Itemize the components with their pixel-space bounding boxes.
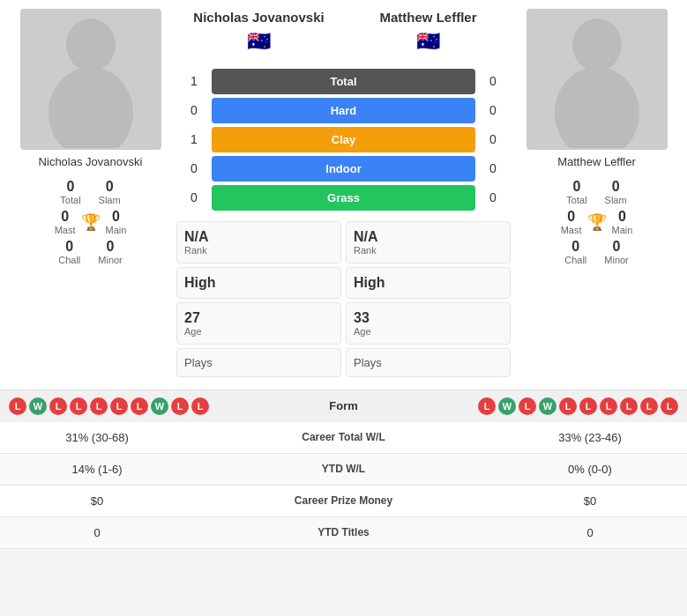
right-player-photo	[526, 9, 668, 150]
right-high-value: High	[354, 275, 503, 291]
total-btn[interactable]: Total	[212, 69, 475, 94]
right-main-value: 0	[618, 209, 626, 225]
form-badge-l: L	[9, 397, 26, 415]
left-hard-score: 0	[176, 103, 212, 117]
right-hard-score: 0	[475, 103, 511, 117]
left-player-name: Nicholas Jovanovski	[39, 155, 143, 168]
right-form-badges: LWLWLLLLLL	[478, 397, 678, 415]
indoor-row: 0 Indoor 0	[176, 156, 511, 182]
right-main-stat: 0 Main	[612, 209, 633, 235]
prize-label: Career Prize Money	[194, 485, 493, 516]
svg-point-2	[572, 19, 622, 71]
grass-btn[interactable]: Grass	[212, 185, 475, 211]
clay-row: 1 Clay 0	[176, 127, 511, 152]
right-trophy-row: 0 Mast 🏆 0 Main	[561, 209, 633, 235]
left-main-value: 0	[112, 209, 120, 225]
left-player-photo	[20, 9, 161, 150]
surface-rows: 1 Total 0 0 Hard 0 1 Clay 0 0	[176, 62, 511, 218]
right-player-card: Matthew Leffler 0 Total 0 Slam 0 Mast 🏆	[515, 9, 678, 381]
total-row: 1 Total 0	[176, 69, 511, 94]
left-slam-stat: 0 Slam	[99, 179, 121, 205]
right-rank-label: Rank	[354, 245, 503, 256]
left-trophy-row: 0 Mast 🏆 0 Main	[55, 209, 127, 235]
svg-point-0	[66, 19, 116, 71]
form-badge-l: L	[191, 397, 209, 415]
left-total-value: 0	[67, 179, 75, 195]
form-badge-l: L	[579, 397, 597, 415]
form-badge-l: L	[49, 397, 67, 415]
left-trophy-icon: 🏆	[81, 212, 101, 232]
right-slam-value: 0	[612, 179, 620, 195]
left-slam-label: Slam	[99, 195, 121, 205]
left-high-value: High	[184, 275, 333, 291]
center-stats: Nicholas Jovanovski 🇦🇺 Matthew Leffler 🇦…	[176, 9, 511, 381]
left-prize: $0	[0, 485, 194, 516]
form-badge-l: L	[519, 397, 536, 415]
right-rank-value: N/A	[354, 229, 503, 245]
left-mast-stat: 0 Mast	[55, 209, 76, 235]
hard-btn[interactable]: Hard	[212, 98, 475, 123]
left-total-stat: 0 Total	[60, 179, 80, 205]
form-badge-l: L	[478, 397, 496, 415]
right-slam-stat: 0 Slam	[605, 179, 627, 205]
left-clay-score: 1	[176, 132, 212, 146]
form-section: LWLLLLLWLL Form LWLWLLLLLL	[0, 390, 687, 422]
left-player-name-header: Nicholas Jovanovski	[176, 9, 341, 26]
left-player-card: Nicholas Jovanovski 0 Total 0 Slam 0 Mas…	[9, 9, 172, 381]
left-main-label: Main	[106, 225, 127, 235]
form-badge-w: W	[539, 397, 556, 415]
left-player-silhouette	[20, 9, 161, 150]
right-age-label: Age	[354, 326, 503, 337]
left-rank-label: Rank	[184, 245, 333, 256]
right-player-name: Matthew Leffler	[557, 155, 636, 168]
left-high-box: High	[176, 267, 341, 299]
right-stats-row2: 0 Chall 0 Minor	[564, 239, 629, 265]
grass-row: 0 Grass 0	[176, 185, 511, 211]
right-main-label: Main	[612, 225, 633, 235]
career-wl-row: 31% (30-68) Career Total W/L 33% (23-46)	[0, 422, 687, 454]
left-stats-row2: 0 Chall 0 Minor	[58, 239, 123, 265]
form-badge-l: L	[110, 397, 128, 415]
form-badge-l: L	[640, 397, 658, 415]
right-minor-stat: 0 Minor	[604, 239, 629, 265]
right-detail-stats: N/A Rank High 33 Age Plays	[346, 218, 511, 381]
left-chall-label: Chall	[58, 255, 80, 265]
main-container: Nicholas Jovanovski 0 Total 0 Slam 0 Mas…	[0, 0, 687, 549]
right-chall-value: 0	[571, 239, 579, 255]
left-slam-value: 0	[106, 179, 114, 195]
right-mast-stat: 0 Mast	[561, 209, 582, 235]
left-chall-stat: 0 Chall	[58, 239, 80, 265]
left-grass-score: 0	[176, 190, 212, 204]
ytd-wl-label: YTD W/L	[194, 453, 493, 485]
form-badge-l: L	[620, 397, 638, 415]
left-career-wl: 31% (30-68)	[0, 422, 194, 454]
right-minor-value: 0	[613, 239, 621, 255]
right-high-box: High	[346, 267, 511, 299]
right-name-header-area: Matthew Leffler 🇦🇺	[346, 9, 511, 56]
right-mast-value: 0	[567, 209, 575, 225]
left-ytd-wl: 14% (1-6)	[0, 453, 194, 485]
left-plays-box: Plays	[176, 348, 341, 377]
clay-btn[interactable]: Clay	[212, 127, 475, 152]
form-badge-w: W	[29, 397, 47, 415]
right-chall-stat: 0 Chall	[564, 239, 586, 265]
ytd-titles-row: 0 YTD Titles 0	[0, 516, 687, 548]
form-badge-l: L	[661, 397, 678, 415]
form-badge-l: L	[171, 397, 189, 415]
right-total-stat: 0 Total	[566, 179, 586, 205]
right-career-wl: 33% (23-46)	[493, 422, 687, 454]
form-badge-l: L	[559, 397, 577, 415]
prize-row: $0 Career Prize Money $0	[0, 485, 687, 516]
right-total-label: Total	[566, 195, 586, 205]
right-age-box: 33 Age	[346, 302, 511, 345]
left-total-score: 1	[176, 74, 212, 88]
left-detail-stats: N/A Rank High 27 Age Plays	[176, 218, 341, 381]
comparison-section: Nicholas Jovanovski 0 Total 0 Slam 0 Mas…	[0, 0, 687, 390]
right-minor-label: Minor	[604, 255, 629, 265]
svg-point-3	[555, 67, 639, 148]
left-total-label: Total	[60, 195, 80, 205]
left-plays-value: Plays	[184, 356, 333, 369]
indoor-btn[interactable]: Indoor	[212, 156, 475, 182]
right-chall-label: Chall	[564, 255, 586, 265]
left-stats-row1: 0 Total 0 Slam	[60, 179, 120, 205]
